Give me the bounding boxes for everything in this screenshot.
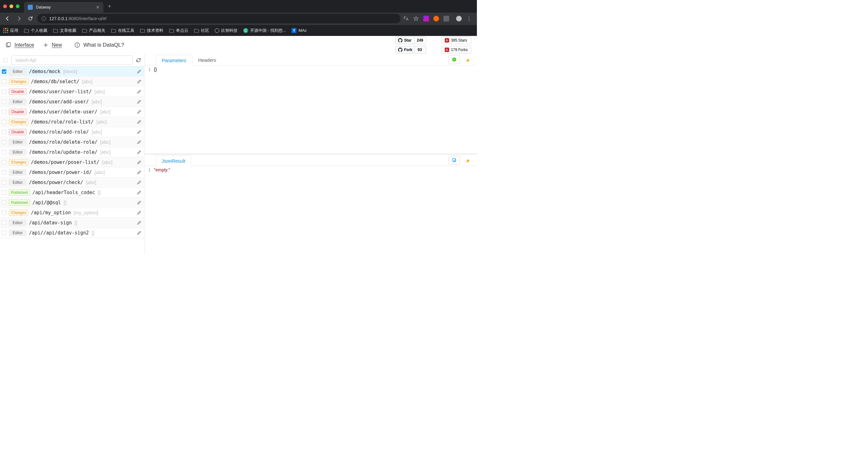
clear-button[interactable] bbox=[462, 55, 474, 64]
gitee-stars-button[interactable]: G 395 Stars bbox=[441, 37, 471, 44]
row-checkbox[interactable] bbox=[2, 210, 6, 215]
github-star-button[interactable]: Star 249 bbox=[395, 37, 426, 44]
row-checkbox[interactable] bbox=[2, 200, 6, 205]
api-row[interactable]: Disable/demos/role/add-role/ [abc] bbox=[0, 127, 144, 137]
api-row[interactable]: Editor/demos/user/add-user/ [abc] bbox=[0, 97, 144, 107]
result-viewer[interactable]: 1 "empty." bbox=[145, 166, 477, 254]
site-info-icon[interactable]: i bbox=[42, 16, 46, 21]
tab-jsonresult[interactable]: JsonResult bbox=[156, 155, 191, 166]
api-row[interactable]: Published/api/headerTools_codec [] bbox=[0, 188, 144, 198]
extension-icon-2[interactable] bbox=[433, 16, 439, 22]
row-checkbox[interactable] bbox=[2, 90, 6, 94]
github-fork-button[interactable]: Fork 93 bbox=[395, 46, 426, 54]
row-checkbox[interactable] bbox=[2, 110, 6, 114]
api-row[interactable]: Disable/demos/user/user-list/ [abc] bbox=[0, 87, 144, 97]
run-button[interactable] bbox=[448, 55, 460, 64]
translate-icon[interactable] bbox=[403, 16, 409, 22]
edit-icon[interactable] bbox=[136, 129, 142, 135]
api-row[interactable]: Changes/demos/role/role-list/ [abc] bbox=[0, 117, 144, 127]
edit-icon[interactable] bbox=[136, 220, 142, 226]
edit-icon[interactable] bbox=[136, 169, 142, 175]
new-tab-button[interactable]: + bbox=[108, 3, 111, 10]
api-row[interactable]: Editor/demos/mock [Mock] bbox=[0, 66, 144, 76]
interface-button[interactable]: Interface bbox=[6, 42, 34, 48]
bookmark-item[interactable]: 社区 bbox=[194, 28, 209, 33]
edit-icon[interactable] bbox=[136, 68, 142, 75]
clear-result-button[interactable] bbox=[462, 156, 474, 165]
row-checkbox[interactable] bbox=[2, 69, 6, 74]
browser-tab[interactable]: Dataway ✕ bbox=[24, 2, 103, 12]
bookmark-star-icon[interactable] bbox=[413, 16, 419, 22]
api-row[interactable]: Changes/demos/db/select/ [abc] bbox=[0, 76, 144, 87]
maximize-window-button[interactable] bbox=[16, 4, 20, 8]
bookmark-item[interactable]: 个人收藏 bbox=[24, 28, 47, 33]
bookmark-item[interactable]: 技术资料 bbox=[140, 28, 163, 33]
edit-icon[interactable] bbox=[136, 159, 142, 165]
api-row[interactable]: Editor/demos/role/update-role/ [abc] bbox=[0, 147, 144, 157]
api-row[interactable]: Editor/api//api/datav-sign2 [] bbox=[0, 228, 144, 238]
api-row[interactable]: Changes/demos/power/poser-list/ [abc] bbox=[0, 157, 144, 167]
api-row[interactable]: Editor/demos/power/power-id/ [abc] bbox=[0, 167, 144, 177]
bookmark-item[interactable]: 文章收藏 bbox=[53, 28, 76, 33]
api-row[interactable]: Editor/api/datav-sign [] bbox=[0, 218, 144, 228]
app-header: Interface New What is DataQL? Star 249 F… bbox=[0, 36, 477, 54]
select-all-checkbox[interactable] bbox=[3, 58, 7, 62]
row-checkbox[interactable] bbox=[2, 190, 6, 195]
back-button[interactable] bbox=[3, 14, 12, 23]
bookmark-item[interactable]: C开源中国 - 找到您... bbox=[243, 28, 286, 33]
tab-headers[interactable]: Headers bbox=[192, 55, 222, 65]
address-bar[interactable]: i 127.0.0.1:8080/interface-ui/#/ bbox=[37, 14, 401, 23]
edit-icon[interactable] bbox=[136, 199, 142, 206]
search-input[interactable] bbox=[11, 56, 133, 65]
copy-button[interactable] bbox=[448, 156, 460, 165]
edit-icon[interactable] bbox=[136, 149, 142, 155]
bookmark-item[interactable]: 在线工具 bbox=[111, 28, 134, 33]
bookmark-item[interactable]: 产品相关 bbox=[82, 28, 105, 33]
forward-button[interactable] bbox=[14, 14, 23, 23]
edit-icon[interactable] bbox=[136, 78, 142, 85]
api-row[interactable]: Editor/demos/power/check/ [abc] bbox=[0, 177, 144, 188]
row-checkbox[interactable] bbox=[2, 170, 6, 174]
reload-list-button[interactable] bbox=[135, 57, 142, 64]
api-row[interactable]: Published/api/@@sql [] bbox=[0, 198, 144, 208]
edit-icon[interactable] bbox=[136, 119, 142, 125]
edit-icon[interactable] bbox=[136, 189, 142, 196]
edit-icon[interactable] bbox=[136, 139, 142, 145]
edit-icon[interactable] bbox=[136, 209, 142, 216]
extension-icon-1[interactable] bbox=[423, 16, 429, 22]
api-row[interactable]: Changes/api/my_option [my_option] bbox=[0, 208, 144, 218]
tab-close-icon[interactable]: ✕ bbox=[96, 5, 100, 10]
row-checkbox[interactable] bbox=[2, 130, 6, 134]
profile-avatar[interactable] bbox=[456, 16, 462, 22]
param-editor[interactable]: 1 {} bbox=[145, 66, 477, 154]
edit-icon[interactable] bbox=[136, 99, 142, 105]
bookmark-item[interactable]: 应用 bbox=[3, 28, 18, 33]
edit-icon[interactable] bbox=[136, 109, 142, 115]
edit-icon[interactable] bbox=[136, 230, 142, 236]
api-row[interactable]: Disable/demos/user/delete-user/ [abc] bbox=[0, 107, 144, 117]
menu-icon[interactable]: ⋮ bbox=[466, 16, 472, 22]
tab-parameters[interactable]: Parameters bbox=[156, 55, 192, 66]
row-checkbox[interactable] bbox=[2, 120, 6, 124]
new-button[interactable]: New bbox=[43, 42, 62, 48]
row-checkbox[interactable] bbox=[2, 231, 6, 235]
edit-icon[interactable] bbox=[136, 89, 142, 95]
close-window-button[interactable] bbox=[3, 4, 7, 8]
row-checkbox[interactable] bbox=[2, 160, 6, 165]
edit-icon[interactable] bbox=[136, 179, 142, 186]
api-row[interactable]: Editor/demos/role/delete-role/ [abc] bbox=[0, 137, 144, 147]
minimize-window-button[interactable] bbox=[9, 4, 13, 8]
row-checkbox[interactable] bbox=[2, 221, 6, 225]
bookmark-item[interactable]: XMAc bbox=[291, 28, 307, 33]
whatis-link[interactable]: What is DataQL? bbox=[74, 42, 124, 48]
app-page: Interface New What is DataQL? Star 249 F… bbox=[0, 36, 477, 254]
row-checkbox[interactable] bbox=[2, 100, 6, 104]
gitee-forks-button[interactable]: G 179 Forks bbox=[441, 46, 471, 54]
row-checkbox[interactable] bbox=[2, 79, 6, 84]
row-checkbox[interactable] bbox=[2, 150, 6, 155]
reload-button[interactable] bbox=[26, 14, 35, 23]
bookmark-item[interactable]: 奇点云 bbox=[169, 28, 188, 33]
row-checkbox[interactable] bbox=[2, 180, 6, 185]
bookmark-item[interactable]: 比智科技 bbox=[215, 28, 238, 33]
row-checkbox[interactable] bbox=[2, 140, 6, 144]
